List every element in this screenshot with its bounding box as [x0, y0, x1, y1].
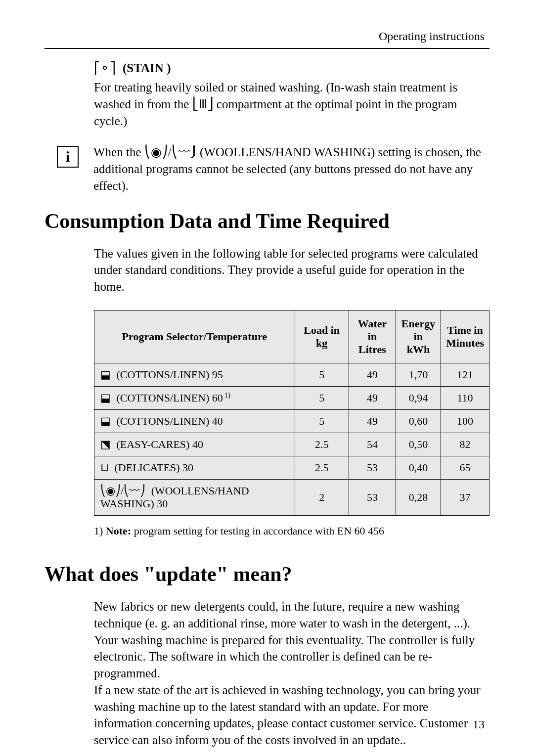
table-row: ⬔ (EASY-CARES) 402.5540,5082 [94, 433, 490, 456]
load-cell: 5 [295, 386, 349, 409]
update-p1: New fabrics or new detergents could, in … [94, 598, 490, 632]
program-label: (COTTONS/LINEN) 95 [114, 368, 223, 381]
program-icon: ⊔ [100, 461, 109, 474]
col-load: Load in kg [295, 310, 349, 363]
header-divider [44, 48, 490, 49]
water-cell: 54 [349, 433, 396, 456]
program-cell: ⊔ (DELICATES) 30 [94, 456, 295, 480]
col-energy: Energy in kWh [396, 310, 441, 363]
time-cell: 37 [441, 480, 489, 516]
update-heading: What does "update" mean? [44, 562, 490, 586]
table-row: ⬓ (COTTONS/LINEN) 60 1)5490,94110 [94, 386, 490, 409]
col-program: Program Selector/Temperature [94, 310, 295, 363]
consumption-heading: Consumption Data and Time Required [44, 209, 490, 233]
program-label: (COTTONS/LINEN) 60 [114, 392, 223, 404]
update-p2: Your washing machine is prepared for thi… [94, 632, 490, 682]
program-label: (COTTONS/LINEN) 40 [114, 415, 223, 427]
program-icon: ⎝◉⎠/⎝〰⎠ [100, 485, 145, 497]
table-row: ⬓ (COTTONS/LINEN) 405490,60100 [94, 410, 490, 433]
col-energy-l2: in kWh [407, 330, 430, 356]
col-time: Time in Minutes [441, 310, 489, 363]
water-cell: 49 [349, 410, 396, 433]
col-time-l1: Time in [447, 324, 483, 336]
stain-body: For treating heavily soiled or stained w… [94, 79, 490, 129]
program-icon: ⬓ [100, 368, 111, 381]
energy-cell: 0,50 [396, 433, 441, 456]
program-label: (DELICATES) 30 [112, 461, 193, 474]
program-cell: ⬔ (EASY-CARES) 40 [94, 433, 295, 456]
time-cell: 110 [441, 386, 489, 409]
update-body: New fabrics or new detergents could, in … [94, 598, 490, 749]
update-p3: If a new state of the art is achieved in… [94, 682, 490, 749]
time-cell: 65 [441, 456, 489, 480]
table-row: ⊔ (DELICATES) 302.5530,4065 [94, 456, 490, 480]
water-cell: 53 [349, 456, 396, 480]
col-time-l2: Minutes [446, 337, 484, 349]
table-header-row: Program Selector/Temperature Load in kg … [94, 310, 490, 363]
col-water-l1: Water [358, 317, 387, 330]
program-cell: ⬓ (COTTONS/LINEN) 40 [94, 410, 295, 433]
consumption-table-wrap: Program Selector/Temperature Load in kg … [94, 310, 490, 516]
table-footnote: 1) Note: program setting for testing in … [94, 525, 490, 537]
energy-cell: 1,70 [396, 363, 441, 386]
energy-cell: 0,28 [396, 480, 441, 516]
load-cell: 5 [295, 363, 349, 386]
program-icon: ⬓ [100, 415, 111, 428]
footnote-bold: Note: [106, 525, 131, 537]
time-cell: 82 [441, 433, 489, 456]
program-cell: ⬓ (COTTONS/LINEN) 95 [94, 363, 295, 386]
load-cell: 2.5 [295, 433, 349, 456]
water-cell: 53 [349, 480, 396, 516]
col-water: Water in Litres [349, 310, 396, 363]
program-sup: 1) [223, 392, 230, 399]
footnote-prefix: 1) [94, 525, 106, 537]
col-energy-l1: Energy [401, 317, 435, 330]
time-cell: 121 [441, 363, 489, 386]
info-icon: i [66, 148, 70, 165]
water-cell: 49 [349, 386, 396, 409]
col-water-l2: in Litres [358, 330, 386, 356]
consumption-table: Program Selector/Temperature Load in kg … [94, 310, 490, 516]
consumption-intro: The values given in the following table … [94, 245, 490, 295]
stain-icon: ⎡⚬⎤ [94, 61, 116, 75]
table-row: ⎝◉⎠/⎝〰⎠ (WOOLLENS/HAND WASHING) 302530,2… [94, 480, 490, 516]
water-cell: 49 [349, 363, 396, 386]
energy-cell: 0,60 [396, 410, 441, 433]
table-row: ⬓ (COTTONS/LINEN) 955491,70121 [94, 363, 490, 386]
page-number: 13 [473, 718, 485, 731]
program-icon: ⬓ [100, 392, 111, 404]
energy-cell: 0,94 [396, 386, 441, 409]
info-icon-box: i [57, 146, 79, 168]
header-operating-instructions: Operating instructions [44, 30, 490, 43]
stain-label: (STAIN ) [123, 61, 171, 75]
program-icon: ⬔ [100, 438, 111, 451]
consumption-intro-wrap: The values given in the following table … [94, 245, 490, 295]
program-label: (EASY-CARES) 40 [114, 438, 203, 450]
footnote-text: program setting for testing in accordanc… [131, 525, 384, 537]
stain-section: ⎡⚬⎤ (STAIN ) For treating heavily soiled… [94, 61, 490, 129]
program-cell: ⬓ (COTTONS/LINEN) 60 1) [94, 386, 295, 409]
info-note-text: When the ⎝◉⎠/⎝〰⎠ (WOOLLENS/HAND WASHING)… [93, 144, 490, 194]
energy-cell: 0,40 [396, 456, 441, 480]
load-cell: 2 [295, 480, 349, 516]
load-cell: 5 [295, 410, 349, 433]
program-cell: ⎝◉⎠/⎝〰⎠ (WOOLLENS/HAND WASHING) 30 [94, 480, 295, 516]
time-cell: 100 [441, 410, 489, 433]
load-cell: 2.5 [295, 456, 349, 480]
info-note-row: i When the ⎝◉⎠/⎝〰⎠ (WOOLLENS/HAND WASHIN… [44, 144, 490, 194]
